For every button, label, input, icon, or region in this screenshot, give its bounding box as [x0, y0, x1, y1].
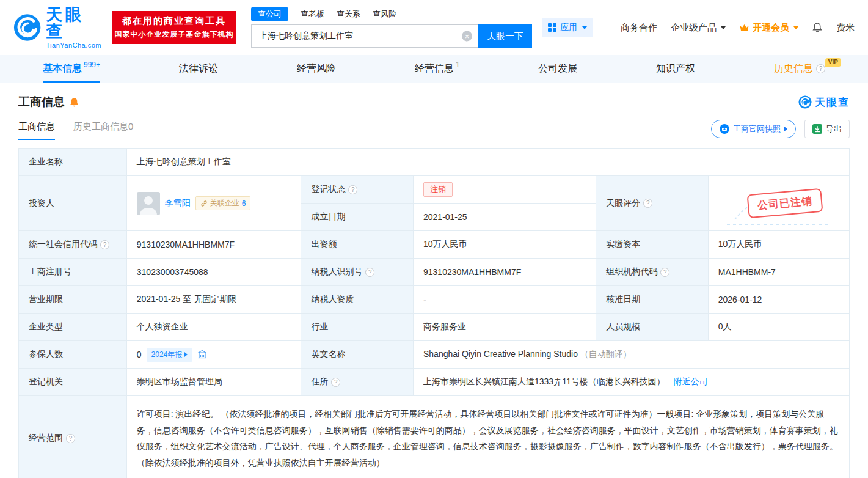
- help-icon[interactable]: ?: [331, 378, 340, 387]
- registration-status-label: 登记状态 ?: [301, 176, 414, 204]
- related-companies-badge[interactable]: 关联企业 6: [195, 196, 251, 210]
- table-row: 投资人 李雪阳 关联企业: [19, 176, 850, 204]
- paid-capital-value: 10万人民币: [708, 231, 849, 259]
- investor-name-link[interactable]: 李雪阳: [165, 198, 191, 209]
- table-row: 营业期限 2021-01-25 至 无固定期限 纳税人资质 - 核准日期 202…: [19, 286, 850, 314]
- related-label: 关联企业: [210, 198, 239, 208]
- apps-menu[interactable]: 应用: [542, 18, 593, 37]
- vip-upgrade-link[interactable]: 开通会员: [739, 22, 798, 34]
- tianyan-score-label: 天眼评分 ?: [596, 176, 709, 231]
- tab-label: 基本信息: [43, 62, 82, 75]
- business-term-label: 营业期限: [19, 286, 127, 314]
- nearby-companies-link[interactable]: 附近公司: [674, 377, 708, 386]
- help-icon[interactable]: ?: [66, 434, 75, 443]
- tab-intellectual-property[interactable]: 知识产权: [656, 55, 695, 83]
- registration-number-label: 工商注册号: [19, 259, 127, 286]
- company-name-value: 上海七吟创意策划工作室: [126, 149, 849, 176]
- help-icon[interactable]: ?: [100, 240, 109, 249]
- main-content: 工商信息 天眼查 工商信息 历史工商信息0: [0, 94, 868, 478]
- help-icon[interactable]: ?: [348, 185, 357, 194]
- username-label: 费米: [836, 22, 855, 34]
- chevron-down-icon: [721, 26, 726, 29]
- clear-search-icon[interactable]: ×: [462, 31, 472, 42]
- official-snapshot-button[interactable]: 工商官网快照: [711, 120, 796, 138]
- tianyancha-logo-icon: [13, 13, 41, 42]
- logo-domain: TianYanCha.com: [46, 42, 102, 49]
- investor-cell: 李雪阳 关联企业 6: [126, 176, 301, 231]
- search-tab-boss[interactable]: 查老板: [301, 7, 324, 21]
- staff-size-value: 0人: [708, 314, 849, 341]
- logo-text: 天眼查 TianYanCha.com: [46, 7, 102, 49]
- capital-value: 10万人民币: [413, 231, 596, 259]
- tab-operating-risk[interactable]: 经营风险: [297, 55, 336, 83]
- username-link[interactable]: 费米: [836, 22, 855, 34]
- tab-company-development[interactable]: 公司发展: [538, 55, 577, 83]
- annual-report-badge[interactable]: 2024年报: [147, 348, 193, 362]
- company-type-label: 企业类型: [19, 314, 127, 341]
- tab-legal-proceedings[interactable]: 法律诉讼: [179, 55, 218, 83]
- address-label: 住所 ?: [301, 369, 414, 396]
- taxpayer-id-value: 91310230MA1HHBMM7F: [413, 259, 596, 286]
- search-tab-relation[interactable]: 查关系: [337, 7, 360, 21]
- tab-label: 知识产权: [656, 62, 695, 75]
- tianyancha-logo-icon: [798, 95, 812, 109]
- subtab-history-business-info[interactable]: 历史工商信息0: [73, 121, 133, 140]
- table-row: 登记机关 崇明区市场监督管理局 住所 ? 上海市崇明区长兴镇江南大道1333弄1…: [19, 369, 850, 396]
- alert-bell-icon[interactable]: [69, 97, 79, 108]
- tianyancha-logo[interactable]: 天眼查 TianYanCha.com: [13, 7, 102, 49]
- table-row: 企业类型 个人独资企业 行业 商务服务业 人员规模 0人: [19, 314, 850, 341]
- english-name-label: 英文名称: [301, 341, 414, 369]
- biz-cooperation-label: 商务合作: [621, 22, 657, 34]
- chevron-right-icon: [784, 127, 787, 131]
- logo-title: 天眼查: [46, 7, 102, 40]
- search-input[interactable]: [251, 24, 478, 48]
- search-button[interactable]: 天眼一下: [478, 24, 532, 48]
- help-icon[interactable]: ?: [816, 64, 825, 73]
- tab-label: 法律诉讼: [179, 62, 218, 75]
- help-icon[interactable]: ?: [365, 268, 374, 277]
- search-tab-risk[interactable]: 查风险: [373, 7, 396, 21]
- table-row: 统一社会信用代码 ? 91310230MA1HHBMM7F 出资额 10万人民币…: [19, 231, 850, 259]
- paid-capital-label: 实缴资本: [596, 231, 709, 259]
- tab-basic-info[interactable]: 基本信息 999+: [43, 55, 100, 83]
- promo-banner: 都在用的商业查询工具 国家中小企业发展子基金旗下机构: [112, 11, 236, 44]
- investor-label: 投资人: [19, 176, 127, 231]
- help-icon[interactable]: ?: [660, 268, 669, 277]
- header-right-nav: 应用 商务合作 企业级产品 开通会员 费米: [542, 18, 855, 37]
- address-cell: 上海市崇明区长兴镇江南大道1333弄11号楼（临港长兴科技园） 附近公司: [413, 369, 849, 396]
- building-icon[interactable]: [197, 350, 207, 359]
- insured-count-cell: 0 2024年报: [126, 341, 301, 369]
- help-icon[interactable]: ?: [643, 199, 652, 208]
- notifications-bell-icon[interactable]: [812, 22, 823, 33]
- subtab-business-info[interactable]: 工商信息: [18, 121, 55, 140]
- business-info-table: 企业名称 上海七吟创意策划工作室 投资人 李雪阳: [18, 148, 850, 478]
- org-code-label: 组织机构代码 ?: [596, 259, 709, 286]
- section-header: 工商信息 天眼查: [18, 94, 850, 110]
- tab-label: 经营风险: [297, 62, 336, 75]
- vip-badge: VIP: [825, 58, 841, 67]
- search-tab-company[interactable]: 查公司: [251, 7, 288, 21]
- table-row: 参保人数 0 2024年报 英文名称: [19, 341, 850, 369]
- banner-line2: 国家中小企业发展子基金旗下机构: [114, 29, 233, 40]
- table-row: 企业名称 上海七吟创意策划工作室: [19, 149, 850, 176]
- address-value: 上海市崇明区长兴镇江南大道1333弄11号楼（临港长兴科技园）: [423, 377, 665, 386]
- top-header: 天眼查 TianYanCha.com 都在用的商业查询工具 国家中小企业发展子基…: [0, 0, 868, 55]
- biz-cooperation-link[interactable]: 商务合作: [621, 22, 657, 34]
- tab-history-info[interactable]: 历史信息 VIP ?: [774, 55, 825, 83]
- tab-operating-info[interactable]: 经营信息 1: [415, 55, 460, 83]
- enterprise-products-link[interactable]: 企业级产品: [671, 22, 726, 34]
- auto-translate-note: （自动翻译）: [580, 349, 632, 359]
- investor-avatar[interactable]: [137, 192, 160, 215]
- banner-line1: 都在用的商业查询工具: [122, 15, 226, 27]
- english-name-value: Shanghai Qiyin Creative Planning Studio: [423, 349, 578, 359]
- taxpayer-quality-label: 纳税人资质: [301, 286, 414, 314]
- grid-icon: [548, 23, 556, 32]
- approval-date-label: 核准日期: [596, 286, 709, 314]
- chevron-right-icon: [184, 352, 188, 357]
- registration-number-value: 310230003745088: [126, 259, 301, 286]
- status-badge: 注销: [423, 182, 453, 197]
- search-block: 查公司 查老板 查关系 查风险 × 天眼一下: [251, 7, 532, 48]
- enterprise-products-label: 企业级产品: [671, 22, 717, 34]
- taxpayer-id-label: 纳税人识别号 ?: [301, 259, 414, 286]
- export-button[interactable]: 导出: [804, 120, 850, 138]
